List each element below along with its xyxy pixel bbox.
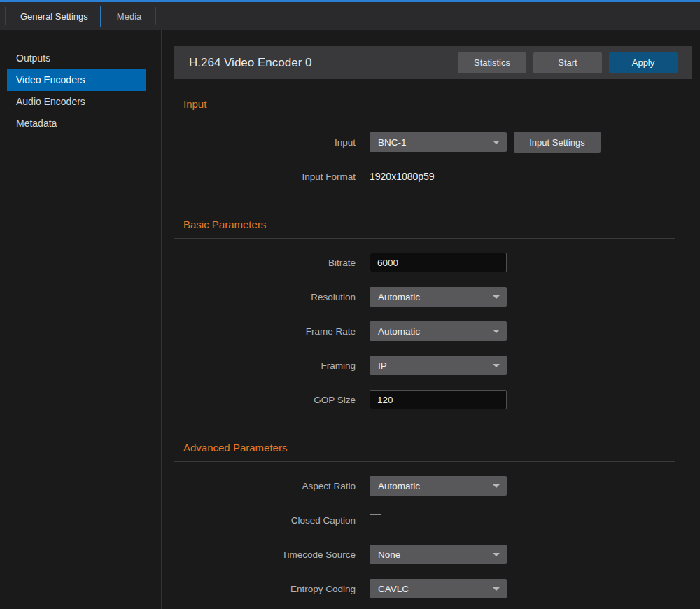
section-advanced-parameters: Advanced Parameters Aspect Ratio Automat… xyxy=(174,442,692,598)
closed-caption-row: Closed Caption xyxy=(174,510,692,530)
section-title: Input xyxy=(174,98,692,110)
chevron-down-icon xyxy=(493,364,500,368)
field-label: Input Format xyxy=(174,172,370,182)
field-label: Closed Caption xyxy=(174,515,370,526)
select-value: CAVLC xyxy=(378,584,493,594)
closed-caption-checkbox[interactable] xyxy=(370,514,382,526)
sidebar-item-video-encoders[interactable]: Video Encoders xyxy=(7,69,146,91)
framing-row: Framing IP xyxy=(174,356,692,375)
encoder-header: H.264 Video Encoder 0 Statistics Start A… xyxy=(174,46,692,79)
page-title: H.264 Video Encoder 0 xyxy=(189,56,451,70)
timecode-source-select[interactable]: None xyxy=(370,545,507,564)
input-row: Input BNC-1 Input Settings xyxy=(174,132,692,152)
select-value: Automatic xyxy=(378,292,493,302)
field-label: Entropy Coding xyxy=(174,584,370,594)
field-label: Resolution xyxy=(174,292,370,302)
top-tab-bar: General Settings Media xyxy=(0,0,700,30)
frame-rate-row: Frame Rate Automatic xyxy=(174,321,692,341)
aspect-ratio-select[interactable]: Automatic xyxy=(370,476,507,496)
start-button[interactable]: Start xyxy=(533,52,602,74)
chevron-down-icon xyxy=(493,330,500,333)
bitrate-input[interactable] xyxy=(370,253,507,272)
input-format-row: Input Format 1920x1080p59 xyxy=(174,167,692,186)
tab-separator xyxy=(5,7,6,25)
sidebar: Outputs Video Encoders Audio Encoders Me… xyxy=(0,30,161,609)
main-panel: H.264 Video Encoder 0 Statistics Start A… xyxy=(162,30,700,609)
chevron-down-icon xyxy=(493,587,500,591)
select-value: Automatic xyxy=(378,481,493,491)
frame-rate-select[interactable]: Automatic xyxy=(370,321,507,341)
input-format-value: 1920x1080p59 xyxy=(370,171,435,182)
chevron-down-icon xyxy=(493,141,500,144)
field-label: Timecode Source xyxy=(174,550,370,560)
select-value: None xyxy=(378,550,493,560)
gop-size-row: GOP Size xyxy=(174,390,692,410)
chevron-down-icon xyxy=(493,295,500,299)
entropy-coding-select[interactable]: CAVLC xyxy=(370,579,507,598)
aspect-ratio-row: Aspect Ratio Automatic xyxy=(174,476,692,496)
apply-button[interactable]: Apply xyxy=(609,52,678,74)
field-label: Aspect Ratio xyxy=(174,481,370,491)
sidebar-item-metadata[interactable]: Metadata xyxy=(7,113,146,134)
select-value: Automatic xyxy=(378,326,493,337)
tab-general-settings[interactable]: General Settings xyxy=(8,6,101,27)
field-label: Framing xyxy=(174,360,370,371)
resolution-row: Resolution Automatic xyxy=(174,287,692,307)
tab-media[interactable]: Media xyxy=(105,6,153,27)
sidebar-item-outputs[interactable]: Outputs xyxy=(7,48,146,69)
framing-select[interactable]: IP xyxy=(370,356,507,375)
select-value: BNC-1 xyxy=(378,137,493,148)
select-value: IP xyxy=(378,360,493,371)
timecode-source-row: Timecode Source None xyxy=(174,545,692,564)
statistics-button[interactable]: Statistics xyxy=(458,52,526,74)
section-title: Advanced Parameters xyxy=(174,442,692,454)
field-label: Input xyxy=(174,137,370,148)
resolution-select[interactable]: Automatic xyxy=(370,287,507,307)
section-basic-parameters: Basic Parameters Bitrate Resolution Auto… xyxy=(174,218,692,410)
gop-size-input[interactable] xyxy=(370,390,507,410)
input-select[interactable]: BNC-1 xyxy=(370,132,507,152)
chevron-down-icon xyxy=(493,484,500,488)
sidebar-item-audio-encoders[interactable]: Audio Encoders xyxy=(7,91,146,113)
field-label: Frame Rate xyxy=(174,326,370,337)
chevron-down-icon xyxy=(493,553,500,556)
entropy-coding-row: Entropy Coding CAVLC xyxy=(174,579,692,598)
section-input: Input Input BNC-1 Input Settings Input F… xyxy=(174,98,692,186)
field-label: Bitrate xyxy=(174,258,370,268)
section-title: Basic Parameters xyxy=(174,218,692,230)
bitrate-row: Bitrate xyxy=(174,253,692,272)
tab-separator xyxy=(155,7,156,25)
input-settings-button[interactable]: Input Settings xyxy=(514,132,601,153)
field-label: GOP Size xyxy=(174,395,370,405)
